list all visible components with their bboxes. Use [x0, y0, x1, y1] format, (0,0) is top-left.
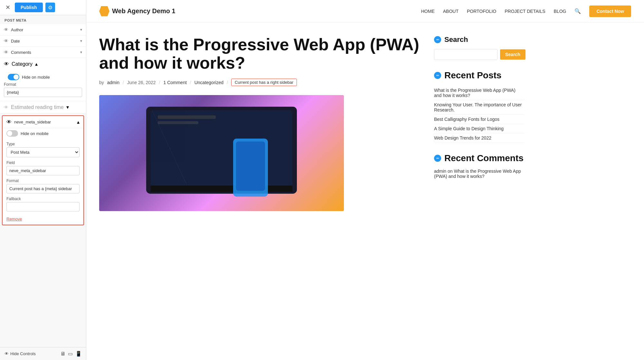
- recent-post-4[interactable]: Web Design Trends for 2022: [434, 133, 524, 143]
- search-input-row: Search: [434, 49, 524, 60]
- meta-sep-3: /: [190, 80, 191, 85]
- field-input[interactable]: [6, 166, 80, 175]
- article-category[interactable]: Uncategorized: [194, 80, 223, 85]
- category-body: Hide on mobile Format: [0, 70, 86, 101]
- chevron-icon-estimated: ▾: [66, 104, 69, 110]
- meta-sep-2: /: [159, 80, 160, 85]
- nav-about[interactable]: ABOUT: [443, 9, 459, 14]
- nav-portofolio[interactable]: PORTOFOLIO: [467, 9, 496, 14]
- meta-row-date[interactable]: 👁 Date ▾: [0, 35, 86, 47]
- tablet-view-button[interactable]: ▭: [68, 351, 73, 357]
- neve-meta-sidebar-section: 👁 neve_meta_sidebar ▴ Hide on mobile Typ…: [2, 115, 84, 225]
- panel-scroll: POST META 👁 Author ▾ 👁 Date ▾ 👁 Comments…: [0, 15, 86, 360]
- nav-home[interactable]: HOME: [421, 9, 435, 14]
- type-field: Type Post Meta: [6, 142, 80, 157]
- recent-posts-heading: Recent Posts: [444, 70, 501, 81]
- publish-button[interactable]: Publish: [15, 3, 43, 12]
- chevron-icon-author: ▾: [80, 27, 82, 32]
- meta-row-author[interactable]: 👁 Author ▾: [0, 24, 86, 35]
- navbar: Web Agency Demo 1 HOME ABOUT PORTOFOLIO …: [86, 0, 644, 23]
- field-label: Field: [6, 161, 80, 165]
- chevron-icon-category: ▴: [35, 61, 38, 67]
- close-button[interactable]: ✕: [3, 3, 12, 12]
- article-date: June 26, 2022: [127, 80, 156, 85]
- format-field-neve: Format: [6, 179, 80, 193]
- recent-comments-title-row: ✏ Recent Comments: [434, 153, 524, 163]
- search-widget-icon: ✏: [434, 36, 441, 43]
- recent-comments-heading: Recent Comments: [444, 153, 524, 163]
- hide-mobile-row-category: Hide on mobile: [4, 72, 82, 82]
- mobile-view-button[interactable]: 📱: [75, 351, 82, 357]
- brand-logo-link[interactable]: Web Agency Demo 1: [99, 6, 175, 16]
- neve-meta-sidebar-label: neve_meta_sidebar: [14, 120, 74, 124]
- hide-mobile-toggle-category[interactable]: [8, 74, 19, 80]
- format-input-neve[interactable]: [6, 184, 80, 193]
- svg-rect-3: [158, 115, 216, 119]
- recent-posts-title-row: ✏ Recent Posts: [434, 70, 524, 81]
- recent-post-0[interactable]: What is the Progressive Web App (PWA) an…: [434, 86, 524, 100]
- search-widget: ✏ Search Search: [434, 35, 524, 60]
- eye-icon-hide: 👁: [5, 351, 9, 356]
- article-comments[interactable]: 1 Comment: [163, 80, 186, 85]
- recent-post-2[interactable]: Best Calligraphy Fonts for Logos: [434, 115, 524, 124]
- search-input[interactable]: [434, 49, 497, 60]
- article-image-svg: [111, 104, 332, 202]
- hide-mobile-toggle-neve[interactable]: [6, 130, 18, 137]
- type-label: Type: [6, 142, 80, 146]
- field-field: Field: [6, 161, 80, 175]
- hide-controls-label: Hide Controls: [10, 351, 36, 356]
- visibility-icon-author[interactable]: 👁: [4, 27, 8, 32]
- neve-meta-sidebar-body: Type Post Meta Field Format Fallback: [3, 139, 83, 215]
- format-label-category: Format: [4, 82, 82, 87]
- meta-row-comments[interactable]: 👁 Comments ▾: [0, 47, 86, 58]
- fallback-input[interactable]: [6, 202, 80, 211]
- recent-comments-icon: ✏: [434, 155, 441, 162]
- brand-logo-icon: [99, 6, 109, 16]
- search-button[interactable]: Search: [500, 49, 526, 60]
- nav-blog[interactable]: BLOG: [554, 9, 566, 14]
- article-sidebar: ✏ Search Search ✏ Recent Posts What is t…: [434, 35, 524, 211]
- article-by: by: [99, 80, 104, 85]
- search-heading: Search: [444, 35, 468, 44]
- nav-links: HOME ABOUT PORTOFOLIO PROJECT DETAILS BL…: [421, 5, 631, 17]
- sidebar-badge: Current post has a right sidebar: [231, 79, 297, 86]
- visibility-icon-category[interactable]: 👁: [4, 61, 9, 67]
- article-main: What is the Progressive Web App (PWA) an…: [99, 35, 421, 211]
- chevron-icon-comments: ▾: [80, 50, 82, 54]
- recent-post-1[interactable]: Knowing Your User. The importance of Use…: [434, 100, 524, 115]
- format-label-neve: Format: [6, 179, 80, 183]
- visibility-icon-neve[interactable]: 👁: [6, 119, 12, 125]
- neve-meta-sidebar-header[interactable]: 👁 neve_meta_sidebar ▴: [3, 116, 83, 128]
- nav-project-details[interactable]: PROJECT DETAILS: [505, 9, 545, 14]
- contact-now-button[interactable]: Contact Now: [589, 5, 631, 17]
- meta-row-label-comments: Comments: [11, 50, 78, 55]
- remove-link[interactable]: Remove: [3, 215, 26, 225]
- settings-button[interactable]: ⚙: [45, 3, 55, 12]
- category-section: 👁 Category ▴ Hide on mobile Format: [0, 58, 86, 101]
- svg-rect-2: [151, 186, 293, 192]
- format-field-category: Format: [4, 82, 82, 97]
- search-widget-title: ✏ Search: [434, 35, 524, 44]
- recent-post-3[interactable]: A Simple Guide to Design Thinking: [434, 124, 524, 133]
- recent-posts-icon: ✏: [434, 72, 441, 79]
- search-icon-nav[interactable]: 🔍: [574, 8, 581, 14]
- article-image: [99, 95, 344, 211]
- visibility-icon-comments[interactable]: 👁: [4, 50, 8, 55]
- hide-controls-button[interactable]: 👁 Hide Controls: [5, 351, 36, 356]
- meta-row-label-category: Category: [12, 61, 33, 67]
- meta-row-estimated[interactable]: 👁 Estimated reading time ▾: [0, 101, 86, 113]
- hide-mobile-label-neve: Hide on mobile: [21, 131, 49, 136]
- visibility-icon-estimated[interactable]: 👁: [4, 105, 8, 110]
- recent-comments-widget: ✏ Recent Comments admin on What is the P…: [434, 153, 524, 179]
- brand-name: Web Agency Demo 1: [112, 7, 175, 15]
- svg-rect-4: [158, 121, 198, 124]
- format-input-category[interactable]: [4, 88, 82, 97]
- category-header[interactable]: 👁 Category ▴: [0, 58, 86, 70]
- type-select[interactable]: Post Meta: [6, 147, 80, 157]
- visibility-icon-date[interactable]: 👁: [4, 38, 8, 44]
- desktop-view-button[interactable]: 🖥: [60, 351, 65, 357]
- meta-row-label-estimated: Estimated reading time: [11, 104, 64, 110]
- article-author[interactable]: admin: [107, 80, 119, 85]
- meta-row-label-date: Date: [11, 39, 78, 44]
- meta-sep-4: /: [227, 80, 228, 85]
